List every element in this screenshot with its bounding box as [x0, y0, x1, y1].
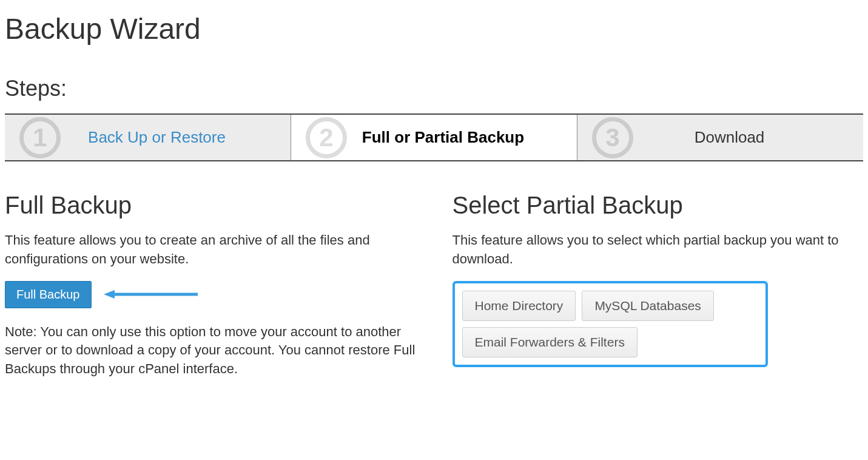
partial-backup-highlight-box: Home Directory MySQL Databases Email For…	[453, 281, 768, 367]
svg-marker-1	[104, 290, 115, 299]
full-backup-button-row: Full Backup	[5, 281, 416, 308]
content-columns: Full Backup This feature allows you to c…	[5, 192, 863, 379]
step-number-icon: 3	[592, 117, 633, 158]
partial-backup-description: This feature allows you to select which …	[453, 231, 864, 269]
home-directory-button[interactable]: Home Directory	[462, 291, 576, 321]
full-backup-title: Full Backup	[5, 192, 416, 219]
full-backup-description: This feature allows you to create an arc…	[5, 231, 416, 269]
step-download[interactable]: 3 Download	[577, 115, 863, 160]
steps-heading: Steps:	[5, 76, 863, 101]
mysql-databases-button[interactable]: MySQL Databases	[582, 291, 713, 321]
partial-backup-title: Select Partial Backup	[453, 192, 864, 219]
full-backup-button[interactable]: Full Backup	[5, 281, 92, 308]
step-number-icon: 2	[306, 117, 347, 158]
arrow-left-icon	[104, 288, 201, 300]
partial-backup-column: Select Partial Backup This feature allow…	[453, 192, 864, 379]
step-full-or-partial[interactable]: 2 Full or Partial Backup	[291, 115, 577, 160]
step-number-icon: 1	[19, 117, 61, 158]
step-label: Full or Partial Backup	[362, 128, 524, 147]
full-backup-note: Note: You can only use this option to mo…	[5, 323, 416, 379]
page-title: Backup Wizard	[5, 12, 863, 46]
step-backup-or-restore[interactable]: 1 Back Up or Restore	[5, 115, 291, 160]
steps-container: 1 Back Up or Restore 2 Full or Partial B…	[5, 113, 863, 161]
email-forwarders-filters-button[interactable]: Email Forwarders & Filters	[462, 327, 638, 357]
step-label: Back Up or Restore	[88, 128, 226, 147]
full-backup-column: Full Backup This feature allows you to c…	[5, 192, 416, 379]
step-label: Download	[695, 128, 765, 147]
